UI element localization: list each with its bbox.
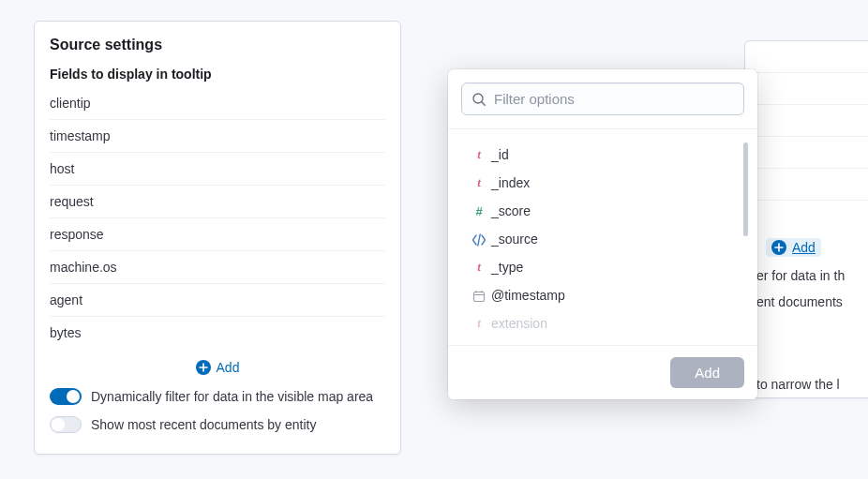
bg-empty-row [745,41,868,73]
recent-documents-label: Show most recent documents by entity [91,417,316,432]
bg-empty-row [745,105,868,137]
field-type-text-icon: t [471,316,487,331]
bg-text-fragment: er for data in th [745,262,868,289]
field-option-label: _index [491,175,530,190]
field-option-label: _source [491,232,538,247]
field-type-source-icon [471,232,487,247]
tooltip-field-row[interactable]: response [50,218,385,251]
tooltip-field-list: clientip timestamp host request response… [50,87,385,349]
popover-header [448,69,757,129]
bg-add-button[interactable]: Add [766,238,821,257]
bg-text-fragment: ent documents [745,289,868,315]
popover-footer: Add [448,345,757,399]
search-icon [471,91,486,107]
dynamic-filter-toggle[interactable] [50,388,82,405]
background-panel: Add er for data in th ent documents to n… [744,40,868,398]
field-type-date-icon [471,289,487,304]
tooltip-field-row[interactable]: timestamp [50,120,385,153]
add-tooltip-field-button[interactable]: Add [196,360,240,375]
filter-options-search[interactable] [461,82,744,115]
svg-rect-1 [474,292,485,302]
field-option[interactable]: # _score [456,197,750,225]
field-type-text-icon: t [471,175,487,190]
svg-point-0 [473,94,483,103]
field-option-label: _id [491,147,509,162]
tooltip-field-row[interactable]: bytes [50,317,385,349]
field-type-text-icon: t [471,147,487,162]
add-tooltip-field-label: Add [217,360,240,375]
bg-add-label: Add [792,240,816,255]
field-options-list: t _id t _index # _score _source t _type … [448,129,757,345]
bg-text-fragment: to narrow the l [745,371,868,397]
tooltip-field-row[interactable]: clientip [50,87,385,120]
tooltip-field-row[interactable]: machine.os [50,251,385,284]
bg-empty-row [745,169,868,201]
panel-title: Source settings [50,37,385,53]
tooltip-field-row[interactable]: host [50,153,385,186]
bg-empty-row [745,73,868,105]
field-option-label: _score [491,203,531,218]
field-type-number-icon: # [471,204,487,218]
plus-circle-icon [196,360,211,375]
field-option[interactable]: t _index [456,169,750,197]
recent-documents-toggle[interactable] [50,416,82,433]
field-option[interactable]: t _type [456,253,750,281]
tooltip-field-row[interactable]: request [50,186,385,218]
popover-add-button[interactable]: Add [670,357,744,388]
field-selector-popover: t _id t _index # _score _source t _type … [448,69,757,399]
field-option[interactable]: _source [456,225,750,253]
filter-options-input[interactable] [494,91,734,107]
field-option[interactable]: t extension [456,309,750,337]
tooltip-field-row[interactable]: agent [50,284,385,317]
field-option-label: _type [491,260,523,275]
field-option-label: extension [491,316,547,331]
source-settings-panel: Source settings Fields to display in too… [34,21,401,455]
bg-empty-row [745,201,868,232]
dynamic-filter-label: Dynamically filter for data in the visib… [91,389,373,404]
field-type-text-icon: t [471,260,487,275]
field-option-label: @timestamp [491,288,565,303]
bg-empty-row [745,137,868,169]
plus-circle-icon [771,240,786,255]
field-option[interactable]: @timestamp [456,281,750,309]
field-option[interactable]: t _id [456,141,750,169]
tooltip-fields-subtitle: Fields to display in tooltip [50,67,385,82]
